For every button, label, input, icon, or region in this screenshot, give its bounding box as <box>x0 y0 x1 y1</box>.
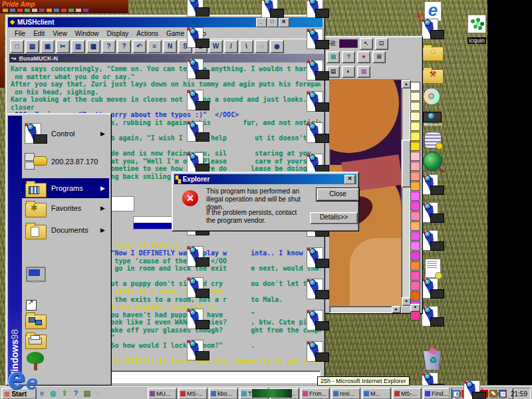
palette-swatch[interactable] <box>410 211 420 221</box>
log-lines-button[interactable]: ≡ <box>148 40 162 53</box>
palette-swatch[interactable] <box>410 182 420 191</box>
close-button[interactable]: Close <box>317 188 359 201</box>
new-file-button[interactable]: □ <box>10 40 24 53</box>
save-button[interactable]: ▣ <box>41 40 55 53</box>
scroll-right-arrow[interactable]: ► <box>392 306 401 313</box>
apple-button[interactable]: ● <box>357 51 370 63</box>
cut-button[interactable]: ✂ <box>56 40 70 53</box>
dialog-close-x-button[interactable]: ✕ <box>344 175 355 184</box>
menu-game[interactable]: Game <box>163 30 188 37</box>
dialog-titlebar[interactable]: ▚ Explorer ✕ <box>174 174 356 184</box>
task-button-ms[interactable]: MS-... <box>392 388 422 399</box>
color-palette[interactable] <box>410 82 420 321</box>
palette-swatch[interactable] <box>410 172 420 181</box>
menu-actions[interactable]: Actions <box>133 30 162 37</box>
colors-button[interactable]: ▦ <box>357 66 370 78</box>
task-button-resi[interactable]: resi... <box>331 388 360 399</box>
close-button[interactable]: ✕ <box>279 18 289 27</box>
maximize-button[interactable]: □ <box>267 18 278 27</box>
world-window-titlebar[interactable]: ↪ BusaMUCK-N <box>9 54 325 63</box>
palette-swatch[interactable] <box>410 231 420 241</box>
crop-tool-button[interactable]: ⊡ <box>375 38 388 50</box>
palette-swatch[interactable] <box>410 92 420 101</box>
palette-swatch[interactable] <box>410 152 420 161</box>
up-button[interactable]: / <box>224 40 238 53</box>
palette-swatch[interactable] <box>410 281 420 291</box>
menu-file[interactable]: File <box>11 30 29 37</box>
menu-view[interactable]: View <box>49 30 70 37</box>
palette-swatch[interactable] <box>410 261 420 271</box>
palette-swatch[interactable] <box>410 251 420 261</box>
tray-display-icon[interactable]: ◧ <box>452 390 460 398</box>
palette-swatch[interactable] <box>410 82 420 91</box>
task-button-tlk[interactable]: TLK <box>239 388 269 399</box>
help-arrow-button[interactable]: ? <box>342 51 355 63</box>
palette-swatch[interactable] <box>410 221 420 231</box>
palette-down-arrow[interactable]: ▼ <box>410 304 420 312</box>
vertical-scrollbar[interactable]: ▲ ▼ <box>401 79 410 307</box>
start-menu-item-label: 200.23.87.170 <box>51 158 98 166</box>
task-button-ms[interactable]: MS-... <box>178 388 207 399</box>
horizontal-scrollbar[interactable]: ► <box>329 306 402 313</box>
palette-swatch[interactable] <box>410 162 420 171</box>
start-menu-item-documents[interactable]: Documents▶ <box>22 220 109 240</box>
tray-volume-icon[interactable]: ▥ <box>499 390 507 398</box>
down-button[interactable]: \ <box>239 40 253 53</box>
start-menu-item-programs[interactable]: Programs▶ <box>22 178 109 198</box>
submenu-arrow-icon: ▶ <box>100 130 105 137</box>
open-file-button[interactable]: ▤ <box>25 40 39 53</box>
palette-swatch[interactable] <box>410 132 420 141</box>
palette-swatch[interactable] <box>410 271 420 281</box>
details-button[interactable]: Details>> <box>310 212 358 224</box>
palette-swatch[interactable] <box>410 192 420 201</box>
task-button-m[interactable]: M... <box>362 388 391 399</box>
copy-button[interactable]: ▥ <box>71 40 85 53</box>
start-menu-glitched-item-monitor[interactable] <box>22 263 109 286</box>
start-icon-favorites: ✱ <box>25 198 47 219</box>
task-button-mu[interactable]: MU... <box>148 388 177 399</box>
glitch-paint-camera-icon <box>422 306 444 327</box>
palette-swatch[interactable] <box>410 291 420 301</box>
north-button[interactable]: N <box>163 40 177 53</box>
help-button[interactable]: ? <box>102 40 116 53</box>
desktop-icon-icquin[interactable]: icquin <box>462 15 491 45</box>
palette-swatch[interactable] <box>410 122 420 131</box>
scroll-down-arrow[interactable]: ▼ <box>402 297 411 306</box>
glitch-button[interactable]: ◌ <box>255 40 269 53</box>
palette-swatch[interactable] <box>410 311 420 321</box>
start-menu-item-favorites[interactable]: ✱Favorites▶ <box>22 198 109 218</box>
minimize-button[interactable]: _ <box>256 18 267 27</box>
task-button-fron[interactable]: Fron... <box>301 388 330 399</box>
palette-swatch[interactable] <box>410 142 420 151</box>
explorer-crash-dialog[interactable]: ▚ Explorer ✕ This program has performed … <box>172 172 359 231</box>
recall-button[interactable]: ↶ <box>132 40 146 53</box>
start-menu-glitched-item-network[interactable] <box>22 309 109 331</box>
scroll-thumb[interactable] <box>402 140 411 188</box>
menu-display[interactable]: Display <box>103 30 132 37</box>
palette-swatch[interactable] <box>410 241 420 251</box>
start-menu-item-control[interactable]: Control▶ <box>22 120 109 148</box>
menu-edit[interactable]: Edit <box>30 30 48 37</box>
scroll-up-arrow[interactable]: ▲ <box>402 80 411 88</box>
start-menu[interactable]: Windows98 Control▶200.23.87.170Programs▶… <box>5 113 112 386</box>
contrast-button[interactable]: ◐ <box>342 66 355 78</box>
pointer-tool-button[interactable]: ↖ <box>360 38 373 50</box>
tray-notes-icon[interactable]: ✎ <box>489 390 497 398</box>
pause-button[interactable]: ◉ <box>270 40 284 53</box>
palette-swatch[interactable] <box>410 102 420 111</box>
frame-button[interactable]: ⊞ <box>372 51 386 63</box>
task-button-find[interactable]: Find... <box>423 388 452 399</box>
palette-swatch[interactable] <box>410 112 420 121</box>
menu-window[interactable]: Window <box>72 30 102 37</box>
mushclient-app-icon: ❖ <box>9 19 15 26</box>
start-menu-item-2002387170[interactable]: 200.23.87.170 <box>22 148 109 176</box>
palette-swatch[interactable] <box>410 201 420 211</box>
fill-color-swatch[interactable] <box>339 39 358 48</box>
west-button[interactable]: W <box>209 40 223 53</box>
start-menu-glitched-item-printer[interactable] <box>22 329 109 351</box>
context-help-button[interactable]: ? <box>117 40 131 53</box>
glitch-paint-camera-icon <box>307 0 329 19</box>
task-button-kbo[interactable]: kbo... <box>209 388 238 399</box>
mushclient-titlebar[interactable]: ❖ MUSHclient _ □ ✕ <box>8 17 323 27</box>
paste-button[interactable]: ▦ <box>86 40 100 53</box>
